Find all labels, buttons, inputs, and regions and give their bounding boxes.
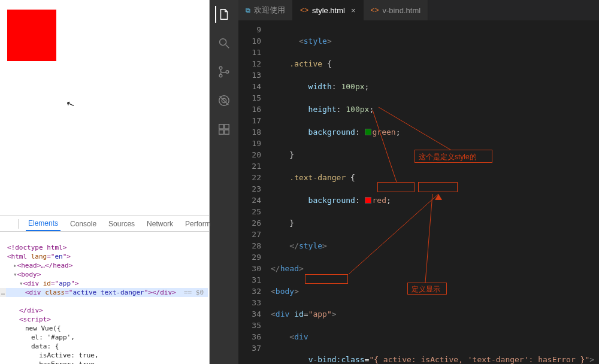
collapse-icon[interactable]: ▸ <box>13 262 17 269</box>
html-file-icon: <> <box>300 6 308 14</box>
devtools-tab-sources[interactable]: Sources <box>106 217 137 230</box>
code-content[interactable]: <style> .active { width: 100px; height: … <box>271 20 599 364</box>
color-swatch-icon <box>365 197 371 204</box>
page-preview: ↖ <box>0 0 209 216</box>
line-number-gutter: 9101112131415161718192021222324252627282… <box>238 20 271 364</box>
code-editor[interactable]: 9101112131415161718192021222324252627282… <box>238 20 599 364</box>
rendered-div <box>7 10 56 61</box>
tab-label: v-bind.html <box>383 6 421 15</box>
svg-rect-11 <box>225 130 229 134</box>
annotation-box-isactive-data <box>305 274 348 284</box>
tab-label: style.html <box>312 6 345 15</box>
devtools-tab-elements[interactable]: Elements <box>26 217 60 231</box>
devtools-tab-performance[interactable]: Perform <box>183 217 213 230</box>
svg-point-4 <box>219 66 222 69</box>
svg-line-15 <box>349 194 438 274</box>
html-file-icon: <> <box>371 6 379 14</box>
explorer-icon[interactable] <box>215 6 232 23</box>
tab-style-html[interactable]: <> style.html × <box>293 0 364 20</box>
search-icon[interactable] <box>216 35 232 51</box>
devtools-tabbar: Elements Console Sources Network Perform <box>0 216 209 232</box>
selected-node[interactable]: …<div class="active text-danger"></div> … <box>1 288 208 297</box>
annotation-box-isactive-bind <box>418 182 458 192</box>
annotation-box-active <box>377 182 415 192</box>
tab-welcome[interactable]: ⧉ 欢迎使用 <box>238 0 293 20</box>
mouse-cursor-icon: ↖ <box>65 97 76 110</box>
devtools-panel: Elements Console Sources Network Perform… <box>0 216 209 364</box>
devtools-tab-console[interactable]: Console <box>68 217 99 230</box>
browser-pane: ↖ Elements Console Sources Network Perfo… <box>0 0 210 364</box>
expand-icon[interactable]: ▾ <box>19 280 23 287</box>
debug-icon[interactable] <box>216 92 232 109</box>
vscode-icon: ⧉ <box>246 7 250 14</box>
svg-point-6 <box>226 71 229 74</box>
color-swatch-icon <box>365 129 371 135</box>
svg-rect-10 <box>219 130 223 134</box>
svg-point-3 <box>220 39 226 46</box>
editor-tabs: ⧉ 欢迎使用 <> style.html × <> v-bind.html <box>238 0 599 20</box>
devtools-dom-tree[interactable]: <!doctype html> <html lang="en"> ▸<head>… <box>0 232 209 364</box>
svg-line-14 <box>373 110 397 182</box>
extensions-icon[interactable] <box>216 121 232 138</box>
close-icon[interactable]: × <box>349 6 356 15</box>
tab-vbind-html[interactable]: <> v-bind.html <box>364 0 429 20</box>
svg-rect-9 <box>219 125 223 129</box>
expand-icon[interactable]: ▾ <box>13 271 17 278</box>
svg-point-5 <box>219 74 222 77</box>
vscode-pane: ⧉ 欢迎使用 <> style.html × <> v-bind.html 91… <box>210 0 599 364</box>
tab-label: 欢迎使用 <box>254 5 285 16</box>
editor-area: ⧉ 欢迎使用 <> style.html × <> v-bind.html 91… <box>238 0 599 364</box>
svg-rect-12 <box>225 125 229 129</box>
source-control-icon[interactable] <box>216 63 232 80</box>
activity-bar <box>210 0 238 364</box>
devtools-tab-network[interactable]: Network <box>144 217 176 230</box>
